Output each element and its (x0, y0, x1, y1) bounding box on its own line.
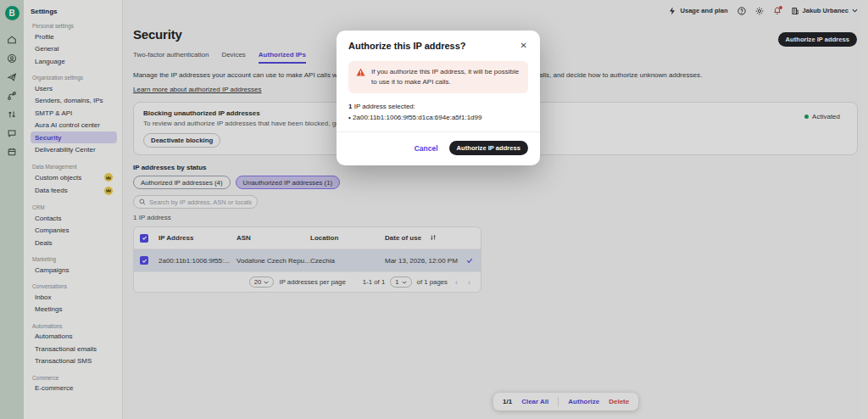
warning-text: If you authorize this IP address, it wil… (371, 67, 520, 87)
selected-ip: 2a00:11b1:1006:9f55:d1ca:694e:a5f1:1d99 (348, 114, 528, 121)
warning-triangle-icon (356, 68, 365, 76)
authorize-ip-modal: Authorize this IP address? ✕ If you auth… (337, 31, 540, 165)
modal-title: Authorize this IP address? (348, 41, 466, 51)
warning-banner: If you authorize this IP address, it wil… (348, 61, 528, 93)
confirm-authorize-button[interactable]: Authorize IP address (449, 141, 528, 155)
app-window: B Settings Personal settings Profile Gen… (0, 0, 868, 419)
divider (337, 131, 540, 132)
selected-summary: 1 IP address selected: (348, 103, 528, 110)
close-icon[interactable]: ✕ (520, 41, 528, 51)
cancel-button[interactable]: Cancel (415, 144, 438, 153)
